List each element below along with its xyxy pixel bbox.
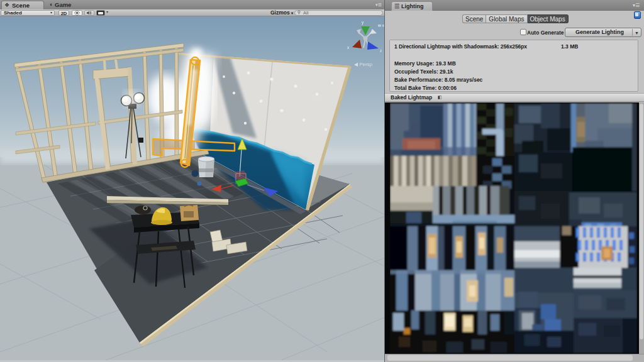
svg-text:z: z	[380, 48, 382, 53]
svg-text:◀ Persp: ◀ Persp	[354, 62, 373, 67]
